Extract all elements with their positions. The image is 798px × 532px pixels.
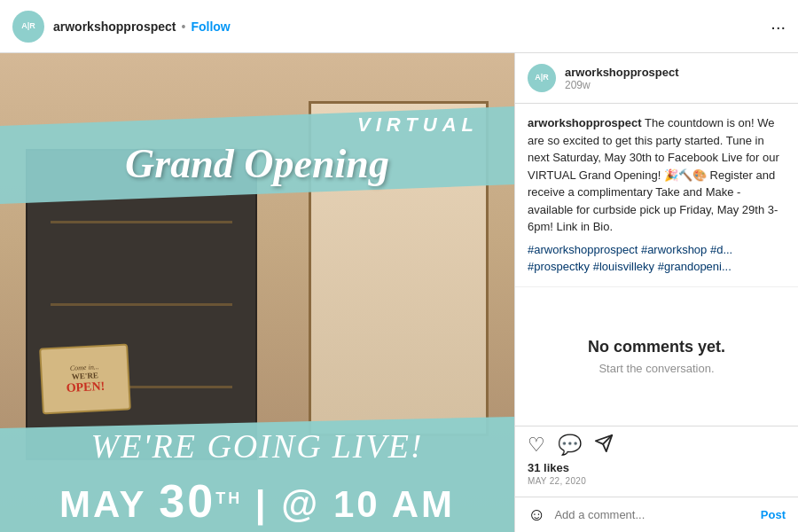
- caption-section: arworkshopprospect The countdown is on! …: [515, 104, 798, 287]
- post-author-username[interactable]: arworkshopprospect: [565, 66, 679, 79]
- caption-content: The countdown is on! We are so excited t…: [528, 116, 779, 233]
- post-author-time: 209w: [565, 79, 679, 91]
- actions-section: ♡ 💬 31 likes May 22, 2020: [515, 426, 798, 497]
- post-image: Come in... WE'RE OPEN! VIRTUAL Grand Ope…: [0, 53, 514, 532]
- text-virtual: VIRTUAL: [357, 113, 479, 137]
- text-going-live: WE'RE GOING live!: [9, 426, 505, 466]
- right-panel: A|R arworkshopprospect 209w arworkshoppr…: [514, 53, 798, 532]
- text-date-line: MAY 30TH | @ 10 AM: [9, 474, 505, 528]
- comments-section: No comments yet. Start the conversation.: [515, 287, 798, 426]
- post-avatar-logo: A|R: [535, 74, 549, 82]
- comment-input-row: ☺ Post: [515, 497, 798, 532]
- top-header: A|R arworkshopprospect • Follow ···: [0, 0, 798, 53]
- main-content: Come in... WE'RE OPEN! VIRTUAL Grand Ope…: [0, 53, 798, 532]
- like-button[interactable]: ♡: [528, 435, 545, 455]
- text-day: 30: [159, 475, 215, 527]
- post-author-row: A|R arworkshopprospect 209w: [515, 53, 798, 104]
- post-comment-button[interactable]: Post: [761, 508, 786, 521]
- likes-count: 31 likes: [528, 461, 786, 474]
- text-time: | @ 10 AM: [255, 483, 455, 525]
- no-comments-sub: Start the conversation.: [598, 362, 714, 375]
- sign-open: OPEN!: [66, 379, 106, 395]
- comment-button[interactable]: 💬: [558, 435, 582, 455]
- header-username[interactable]: arworkshopprospect: [53, 20, 176, 34]
- open-sign: Come in... WE'RE OPEN!: [39, 343, 131, 414]
- avatar-logo-text: A|R: [21, 22, 35, 31]
- caption-text: arworkshopprospect The countdown is on! …: [528, 114, 786, 236]
- caption-hashtags[interactable]: #arworkshopprospect #arworkshop #d... #p…: [528, 241, 786, 276]
- action-icons: ♡ 💬: [528, 434, 786, 456]
- text-going-live-2: live!: [332, 427, 424, 465]
- comment-input[interactable]: [554, 508, 760, 521]
- text-may: MAY: [59, 483, 146, 525]
- follow-button[interactable]: Follow: [191, 20, 230, 34]
- share-button[interactable]: [594, 434, 614, 456]
- text-grand-opening: Grand Opening: [9, 140, 505, 187]
- text-going-live-1: WE'RE GOING: [90, 427, 322, 465]
- emoji-button[interactable]: ☺: [528, 505, 545, 525]
- post-author-info: arworkshopprospect 209w: [565, 66, 679, 91]
- no-comments-title: No comments yet.: [588, 338, 725, 356]
- header-dot: •: [181, 20, 185, 34]
- post-date: May 22, 2020: [528, 476, 786, 486]
- post-author-avatar[interactable]: A|R: [528, 64, 556, 92]
- caption-username[interactable]: arworkshopprospect: [528, 116, 642, 129]
- header-avatar[interactable]: A|R: [12, 11, 44, 43]
- caption-body: The countdown is on! We are so excited t…: [528, 116, 779, 233]
- more-options-button[interactable]: ···: [771, 18, 786, 35]
- text-sup: TH: [215, 489, 242, 507]
